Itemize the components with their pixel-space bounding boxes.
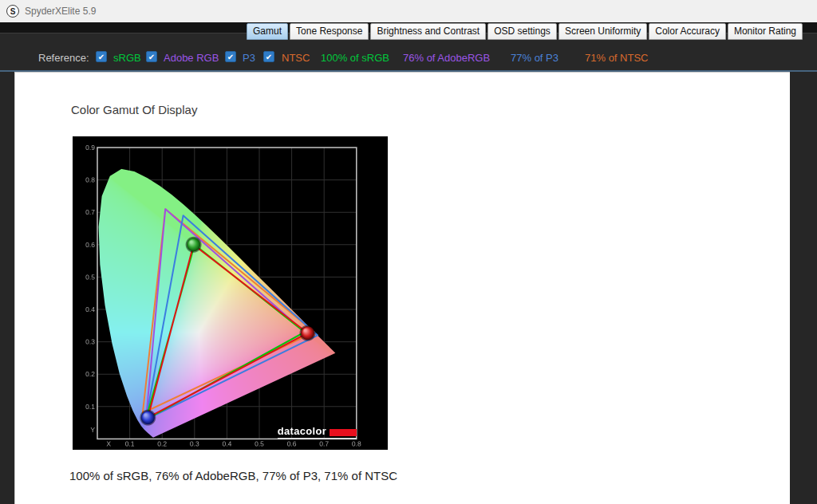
tab-osd-settings[interactable]: OSD settings bbox=[487, 23, 557, 40]
tab-gamut[interactable]: Gamut bbox=[247, 23, 288, 40]
title-bar: S SpyderXElite 5.9 bbox=[0, 0, 817, 22]
app-icon: S bbox=[6, 5, 19, 18]
content-panel: Color Gamut Of Display datacolor 100% of… bbox=[14, 72, 790, 504]
srgb-checkbox-label[interactable]: sRGB bbox=[113, 52, 141, 64]
tab-screen-uniformity[interactable]: Screen Uniformity bbox=[558, 23, 647, 40]
coverage-caption: 100% of sRGB, 76% of AdobeRGB, 77% of P3… bbox=[69, 469, 397, 482]
datacolor-logo: datacolor bbox=[278, 426, 357, 439]
gamut-chart: datacolor bbox=[73, 136, 388, 450]
tab-bar: Gamut Tone Response Brightness and Contr… bbox=[247, 23, 803, 40]
p3-coverage-text: 77% of P3 bbox=[511, 52, 558, 64]
window-title: SpyderXElite 5.9 bbox=[25, 6, 96, 17]
reference-label: Reference: bbox=[38, 52, 89, 64]
adobe-rgb-checkbox-label[interactable]: Adobe RGB bbox=[164, 52, 219, 64]
datacolor-logo-text: datacolor bbox=[278, 426, 326, 436]
tab-monitor-rating[interactable]: Monitor Rating bbox=[728, 23, 803, 40]
chromaticity-diagram-canvas bbox=[73, 136, 388, 450]
p3-checkbox-label[interactable]: P3 bbox=[243, 52, 255, 64]
adobergb-coverage-text: 76% of AdobeRGB bbox=[403, 52, 490, 64]
header-zone: Gamut Tone Response Brightness and Contr… bbox=[0, 22, 817, 70]
ntsc-checkbox[interactable]: ✔ bbox=[263, 51, 274, 62]
srgb-checkbox[interactable]: ✔ bbox=[96, 51, 107, 62]
p3-checkbox[interactable]: ✔ bbox=[225, 51, 236, 62]
tab-tone-response[interactable]: Tone Response bbox=[290, 23, 369, 40]
srgb-coverage-text: 100% of sRGB bbox=[321, 52, 389, 64]
tab-color-accuracy[interactable]: Color Accuracy bbox=[649, 23, 726, 40]
page-title: Color Gamut Of Display bbox=[71, 103, 197, 116]
tab-brightness-contrast[interactable]: Brightness and Contrast bbox=[370, 23, 486, 40]
adobe-rgb-checkbox[interactable]: ✔ bbox=[146, 51, 157, 62]
ntsc-checkbox-label[interactable]: NTSC bbox=[282, 52, 310, 64]
ntsc-coverage-text: 71% of NTSC bbox=[585, 52, 648, 64]
datacolor-logo-red-bar bbox=[330, 429, 357, 436]
